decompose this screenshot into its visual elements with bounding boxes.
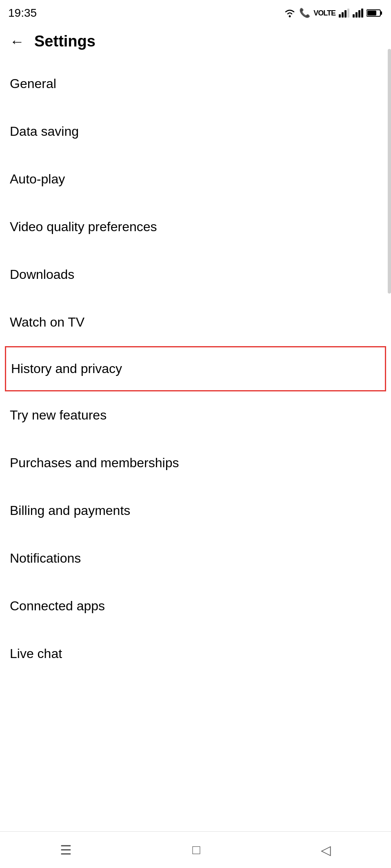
svg-rect-10 xyxy=(380,11,382,15)
signal2-icon xyxy=(353,9,363,18)
svg-rect-3 xyxy=(344,10,347,18)
svg-rect-8 xyxy=(361,9,363,18)
svg-rect-1 xyxy=(339,14,341,18)
battery-icon xyxy=(367,9,383,18)
lte-icon: VOLTE xyxy=(313,9,335,18)
settings-list: GeneralData savingAuto-playVideo quality… xyxy=(0,60,391,678)
svg-rect-7 xyxy=(358,10,360,18)
settings-item-label-connected-apps: Connected apps xyxy=(10,599,105,613)
page-title: Settings xyxy=(34,33,96,50)
status-time: 19:35 xyxy=(8,7,37,20)
settings-item-auto-play[interactable]: Auto-play xyxy=(10,155,381,203)
header: ← Settings xyxy=(0,24,391,60)
settings-item-label-purchases: Purchases and memberships xyxy=(10,455,179,470)
settings-item-data-saving[interactable]: Data saving xyxy=(10,108,381,155)
settings-item-purchases[interactable]: Purchases and memberships xyxy=(10,439,381,487)
status-icons: 📞 VOLTE xyxy=(284,8,383,18)
signal1-icon xyxy=(339,9,349,18)
settings-item-label-billing: Billing and payments xyxy=(10,503,130,518)
settings-item-connected-apps[interactable]: Connected apps xyxy=(10,582,381,630)
settings-item-live-chat[interactable]: Live chat xyxy=(10,630,381,678)
settings-item-video-quality[interactable]: Video quality preferences xyxy=(10,203,381,251)
bottom-navigation: ☰ □ ◁ xyxy=(0,831,391,868)
settings-item-history-privacy[interactable]: History and privacy xyxy=(5,346,386,391)
settings-item-label-video-quality: Video quality preferences xyxy=(10,219,157,234)
svg-rect-6 xyxy=(355,12,358,18)
back-button[interactable]: ← xyxy=(10,34,24,49)
settings-item-downloads[interactable]: Downloads xyxy=(10,251,381,298)
svg-point-0 xyxy=(289,15,291,18)
settings-item-label-downloads: Downloads xyxy=(10,267,74,282)
svg-rect-11 xyxy=(367,11,376,15)
settings-item-label-history-privacy: History and privacy xyxy=(11,361,122,376)
settings-item-label-notifications: Notifications xyxy=(10,551,81,565)
settings-item-billing[interactable]: Billing and payments xyxy=(10,487,381,534)
svg-rect-2 xyxy=(342,12,344,18)
settings-item-label-live-chat: Live chat xyxy=(10,646,62,661)
settings-item-label-auto-play: Auto-play xyxy=(10,172,65,186)
settings-item-label-data-saving: Data saving xyxy=(10,124,79,139)
settings-item-watch-on-tv[interactable]: Watch on TV xyxy=(10,298,381,346)
settings-item-label-general: General xyxy=(10,76,56,91)
svg-rect-4 xyxy=(347,9,349,18)
svg-rect-5 xyxy=(353,14,355,18)
settings-item-try-new-features[interactable]: Try new features xyxy=(10,391,381,439)
home-icon[interactable]: □ xyxy=(192,842,200,857)
settings-item-label-try-new-features: Try new features xyxy=(10,408,107,422)
settings-item-notifications[interactable]: Notifications xyxy=(10,534,381,582)
scrollbar[interactable] xyxy=(388,49,391,294)
back-nav-icon[interactable]: ◁ xyxy=(321,842,331,858)
menu-icon[interactable]: ☰ xyxy=(60,842,72,858)
phone-icon: 📞 xyxy=(299,8,310,18)
status-bar: 19:35 📞 VOLTE xyxy=(0,0,391,24)
settings-item-general[interactable]: General xyxy=(10,60,381,108)
wifi-icon xyxy=(284,9,296,18)
settings-item-label-watch-on-tv: Watch on TV xyxy=(10,315,84,329)
